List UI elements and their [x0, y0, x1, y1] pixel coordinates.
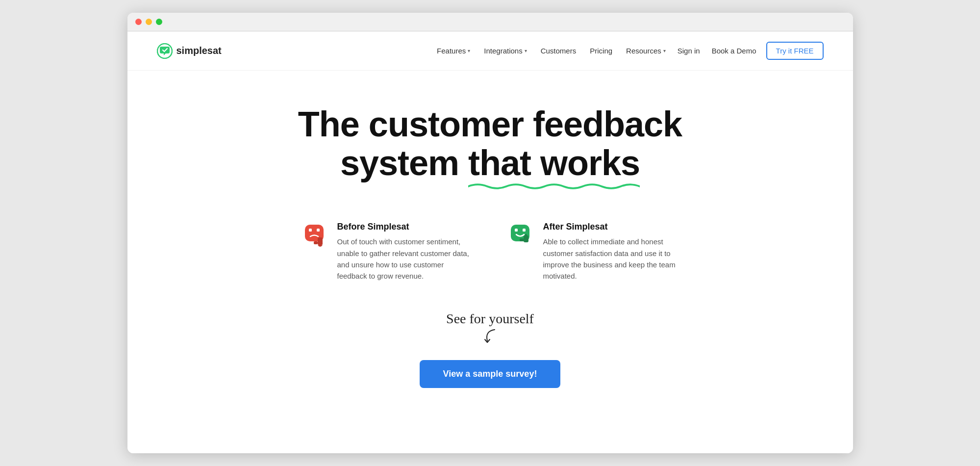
- nav-link-pricing[interactable]: Pricing: [584, 44, 618, 58]
- nav-item-features[interactable]: Features ▾: [431, 44, 476, 58]
- nav-item-resources[interactable]: Resources ▾: [620, 44, 672, 58]
- before-text: Out of touch with customer sentiment, un…: [337, 236, 471, 282]
- try-free-link[interactable]: Try it FREE: [766, 42, 824, 60]
- before-card: Before Simplesat Out of touch with custo…: [304, 222, 471, 282]
- logo-text: simplesat: [176, 45, 222, 56]
- chevron-down-icon: ▾: [468, 48, 470, 53]
- navbar: simplesat Features ▾ Integrations ▾ Cu: [127, 31, 853, 71]
- minimize-button[interactable]: [146, 19, 152, 25]
- nav-links: Features ▾ Integrations ▾ Customers Pric…: [431, 44, 672, 58]
- after-text: Able to collect immediate and honest cus…: [543, 236, 677, 282]
- before-content: Before Simplesat Out of touch with custo…: [337, 222, 471, 282]
- svg-rect-10: [520, 238, 524, 241]
- sample-survey-button[interactable]: View a sample survey!: [420, 360, 561, 388]
- see-for-yourself-section: See for yourself: [127, 301, 853, 355]
- before-emoji: [304, 222, 329, 282]
- nav-link-customers[interactable]: Customers: [535, 44, 582, 58]
- after-emoji: [510, 222, 535, 282]
- logo[interactable]: simplesat: [157, 43, 222, 59]
- comparison-section: Before Simplesat Out of touch with custo…: [245, 182, 735, 301]
- arrow-down-icon: [480, 329, 500, 343]
- after-title: After Simplesat: [543, 222, 677, 232]
- hero-section: The customer feedback system that works: [127, 71, 853, 182]
- after-card: After Simplesat Able to collect immediat…: [510, 222, 677, 282]
- svg-rect-2: [309, 229, 312, 232]
- browser-window: simplesat Features ▾ Integrations ▾ Cu: [127, 13, 853, 453]
- book-demo-link[interactable]: Book a Demo: [706, 44, 762, 58]
- chevron-down-icon: ▾: [525, 48, 527, 53]
- hero-highlight: that works: [468, 144, 640, 182]
- svg-rect-3: [317, 229, 320, 232]
- nav-item-integrations[interactable]: Integrations ▾: [478, 44, 532, 58]
- svg-rect-9: [524, 235, 528, 242]
- page-content: simplesat Features ▾ Integrations ▾ Cu: [127, 31, 853, 453]
- svg-rect-7: [515, 229, 518, 232]
- nav-link-integrations[interactable]: Integrations ▾: [478, 44, 532, 58]
- maximize-button[interactable]: [156, 19, 162, 25]
- svg-rect-4: [318, 237, 323, 245]
- nav-link-resources[interactable]: Resources ▾: [620, 44, 672, 58]
- logo-icon: [157, 43, 173, 59]
- close-button[interactable]: [135, 19, 142, 25]
- thumbs-up-icon: [510, 224, 535, 249]
- chevron-down-icon: ▾: [663, 48, 666, 53]
- svg-rect-8: [523, 229, 526, 232]
- signin-link[interactable]: Sign in: [672, 44, 706, 58]
- browser-chrome: [127, 13, 853, 31]
- nav-link-features[interactable]: Features ▾: [431, 44, 476, 58]
- hero-title: The customer feedback system that works: [270, 105, 711, 182]
- nav-item-pricing[interactable]: Pricing: [584, 44, 618, 58]
- cta-section: View a sample survey!: [127, 355, 853, 417]
- handwriting-label: See for yourself: [446, 311, 534, 343]
- after-content: After Simplesat Able to collect immediat…: [543, 222, 677, 282]
- svg-rect-5: [314, 241, 318, 244]
- thumbs-down-icon: [304, 224, 329, 249]
- wavy-underline-icon: [468, 181, 640, 191]
- before-title: Before Simplesat: [337, 222, 471, 232]
- nav-item-customers[interactable]: Customers: [535, 44, 582, 58]
